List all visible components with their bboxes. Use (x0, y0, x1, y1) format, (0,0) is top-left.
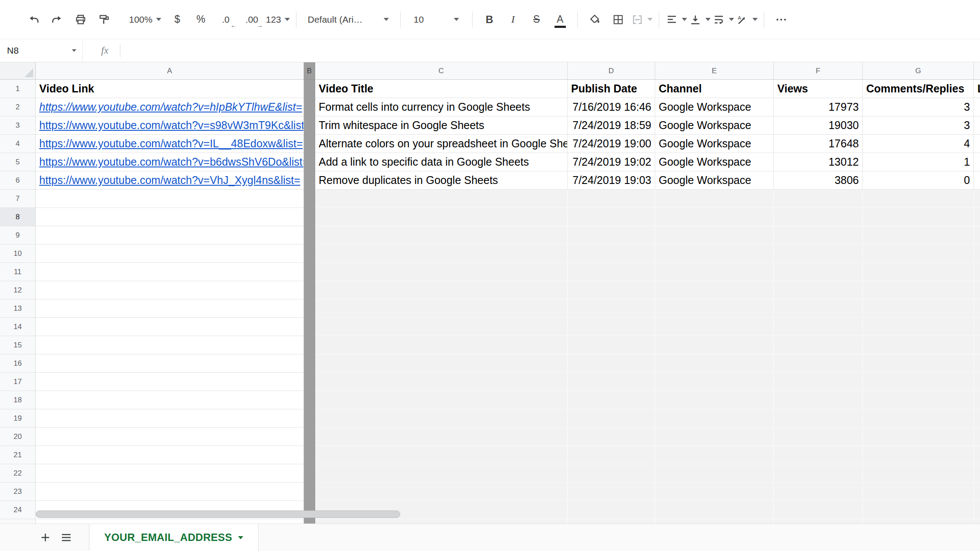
cell-C18[interactable] (315, 391, 568, 409)
cell-A5[interactable]: https://www.youtube.com/watch?v=b6dwsShV… (36, 153, 304, 171)
cell-B8[interactable] (304, 208, 315, 226)
cell-G20[interactable] (863, 428, 974, 446)
cell-G3[interactable]: 3 (863, 116, 974, 135)
cell-E11[interactable] (655, 263, 774, 281)
column-header-A[interactable]: A (36, 62, 304, 80)
cell-E24[interactable] (655, 501, 774, 519)
cell-E25[interactable] (655, 519, 774, 524)
cell-C9[interactable] (315, 226, 568, 245)
cell-D11[interactable] (568, 263, 655, 281)
cell-H15[interactable] (974, 336, 980, 354)
cell-B16[interactable] (304, 354, 315, 373)
cell-E5[interactable]: Google Workspace (655, 153, 774, 171)
cell-F3[interactable]: 19030 (774, 116, 863, 135)
row-header-6[interactable]: 6 (0, 171, 36, 190)
column-header-B[interactable]: B (304, 62, 315, 80)
more-formats-button[interactable]: 123 (266, 8, 290, 31)
row-header-21[interactable]: 21 (0, 446, 36, 464)
cell-D20[interactable] (568, 428, 655, 446)
cell-D9[interactable] (568, 226, 655, 245)
cell-H7[interactable] (974, 190, 980, 208)
cell-G6[interactable]: 0 (863, 171, 974, 190)
row-header-19[interactable]: 19 (0, 409, 36, 428)
cell-A3[interactable]: https://www.youtube.com/watch?v=s98vW3mT… (36, 116, 304, 135)
cell-E20[interactable] (655, 428, 774, 446)
cell-C16[interactable] (315, 354, 568, 373)
cell-H20[interactable] (974, 428, 980, 446)
cell-G22[interactable] (863, 464, 974, 483)
horizontal-scrollbar[interactable] (36, 510, 400, 518)
cell-H12[interactable] (974, 281, 980, 299)
cell-A2[interactable]: https://www.youtube.com/watch?v=hIpBkYTl… (36, 98, 304, 116)
fill-color-button[interactable] (584, 8, 606, 31)
paint-format-button[interactable] (93, 8, 115, 31)
cell-E1[interactable]: Channel (655, 80, 774, 98)
cell-H24[interactable] (974, 501, 980, 519)
cell-H8[interactable] (974, 208, 980, 226)
cell-A22[interactable] (36, 464, 304, 483)
text-rotation-button[interactable]: A (736, 8, 758, 31)
cell-D24[interactable] (568, 501, 655, 519)
row-header-20[interactable]: 20 (0, 428, 36, 446)
cell-H9[interactable] (974, 226, 980, 245)
bold-button[interactable]: B (479, 8, 500, 31)
cell-E18[interactable] (655, 391, 774, 409)
cell-E3[interactable]: Google Workspace (655, 116, 774, 135)
cell-D3[interactable]: 7/24/2019 18:59 (568, 116, 655, 135)
cell-F21[interactable] (774, 446, 863, 464)
cell-F14[interactable] (774, 318, 863, 336)
cell-A7[interactable] (36, 190, 304, 208)
cell-A21[interactable] (36, 446, 304, 464)
cell-F19[interactable] (774, 409, 863, 428)
cell-G13[interactable] (863, 299, 974, 318)
row-header-12[interactable]: 12 (0, 281, 36, 299)
row-header-2[interactable]: 2 (0, 98, 36, 116)
strikethrough-button[interactable]: S (526, 8, 548, 31)
decrease-decimal-button[interactable]: .0 ← (214, 8, 238, 31)
cell-D17[interactable] (568, 373, 655, 391)
cell-B14[interactable] (304, 318, 315, 336)
zoom-dropdown[interactable]: 100% (126, 8, 165, 31)
row-header-4[interactable]: 4 (0, 135, 36, 153)
cell-E14[interactable] (655, 318, 774, 336)
more-toolbar-button[interactable] (770, 8, 792, 31)
cell-H17[interactable] (974, 373, 980, 391)
cell-E13[interactable] (655, 299, 774, 318)
undo-button[interactable] (23, 8, 44, 31)
cell-E7[interactable] (655, 190, 774, 208)
cell-link[interactable]: https://www.youtube.com/watch?v=b6dwsShV… (39, 156, 304, 168)
cell-H2[interactable] (974, 98, 980, 116)
cell-G8[interactable] (863, 208, 974, 226)
cell-B10[interactable] (304, 245, 315, 263)
row-header-3[interactable]: 3 (0, 116, 36, 135)
cell-E17[interactable] (655, 373, 774, 391)
column-header-D[interactable]: D (568, 62, 655, 80)
cell-E8[interactable] (655, 208, 774, 226)
cell-C12[interactable] (315, 281, 568, 299)
merge-cells-button[interactable] (631, 8, 653, 31)
cell-E10[interactable] (655, 245, 774, 263)
row-header-5[interactable]: 5 (0, 153, 36, 171)
cell-link[interactable]: https://www.youtube.com/watch?v=IL__48Ed… (39, 137, 303, 150)
cell-B21[interactable] (304, 446, 315, 464)
cell-B20[interactable] (304, 428, 315, 446)
font-size-dropdown[interactable]: 10 (407, 8, 466, 31)
cell-B4[interactable] (304, 135, 315, 153)
cell-H3[interactable] (974, 116, 980, 135)
vertical-align-button[interactable] (689, 8, 711, 31)
cell-H10[interactable] (974, 245, 980, 263)
cell-D13[interactable] (568, 299, 655, 318)
column-header-C[interactable]: C (315, 62, 568, 80)
cell-G14[interactable] (863, 318, 974, 336)
cell-H21[interactable] (974, 446, 980, 464)
cell-A4[interactable]: https://www.youtube.com/watch?v=IL__48Ed… (36, 135, 304, 153)
cell-G15[interactable] (863, 336, 974, 354)
cell-D18[interactable] (568, 391, 655, 409)
horizontal-align-button[interactable] (665, 8, 687, 31)
cell-D12[interactable] (568, 281, 655, 299)
cell-F9[interactable] (774, 226, 863, 245)
cell-D15[interactable] (568, 336, 655, 354)
cell-F11[interactable] (774, 263, 863, 281)
cell-B23[interactable] (304, 483, 315, 501)
cell-link[interactable]: https://www.youtube.com/watch?v=VhJ_Xygl… (39, 174, 300, 187)
